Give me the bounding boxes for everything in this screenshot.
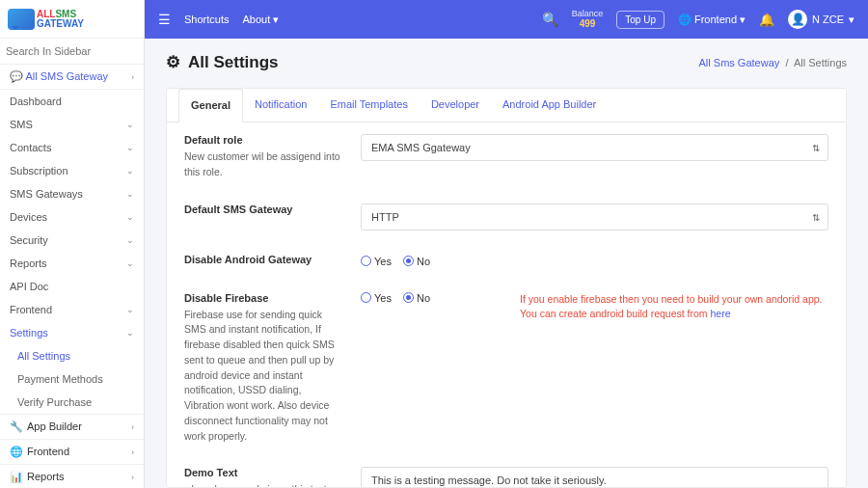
label-demo-text: Demo Text (184, 467, 343, 478)
radio-icon (361, 256, 371, 266)
user-menu[interactable]: 👤 N ZCE ▾ (788, 10, 854, 29)
sidebar-item-label: Reports (10, 258, 47, 269)
sidebar-item-reports[interactable]: Reports⌄ (0, 252, 144, 275)
select-default-role[interactable]: EMA SMS Ggateway ⇅ (361, 134, 828, 161)
sidebar-scroll: 💬 All SMS Gateway › Dashboard SMS⌄ Conta… (0, 65, 144, 488)
frontend-menu[interactable]: 🌐Frontend▾ (678, 14, 746, 26)
sidebar-item-smsgateways[interactable]: SMS Gateways⌄ (0, 182, 144, 205)
sidebar-item-subscription[interactable]: Subscription⌄ (0, 159, 144, 182)
sub-demo-text: when demo mode is on this text will be a… (184, 482, 343, 488)
sidebar-item-label: Payment Methods (17, 373, 103, 385)
select-value: HTTP (371, 211, 399, 223)
sidebar-item-sms[interactable]: SMS⌄ (0, 113, 144, 136)
select-default-gateway[interactable]: HTTP ⇅ (361, 203, 828, 230)
chevron-down-icon: ⌄ (126, 120, 134, 129)
chevron-down-icon: ⌄ (126, 258, 134, 268)
note-link[interactable]: here (711, 308, 731, 319)
nav-shortcuts[interactable]: Shortcuts (184, 14, 229, 25)
radio-label: Yes (374, 256, 392, 267)
breadcrumb: All Sms Gateway / All Settings (699, 57, 847, 68)
radio-android-no[interactable]: No (403, 256, 430, 267)
select-value: EMA SMS Ggateway (371, 142, 471, 153)
radio-label: No (417, 256, 430, 267)
tab-developer[interactable]: Developer (420, 89, 491, 122)
gear-icon: ⚙ (166, 52, 180, 72)
caret-down-icon: ▾ (849, 14, 854, 26)
input-demo-text[interactable]: This is a testing message. Do not take i… (361, 467, 828, 488)
sidebar-item-apidoc[interactable]: API Doc (0, 275, 144, 298)
tabs: General Notification Email Templates Dev… (167, 89, 846, 122)
sidebar-module-allsms[interactable]: 💬 All SMS Gateway › (0, 65, 144, 90)
sidebar-module-frontend[interactable]: 🌐Frontend› (0, 439, 144, 464)
page-header: ⚙All Settings All Sms Gateway / All Sett… (145, 39, 868, 86)
sidebar-search-input[interactable] (6, 45, 138, 57)
search-icon[interactable]: 🔍 (542, 12, 558, 27)
row-default-gateway: Default SMS Gateway HTTP ⇅ (167, 192, 846, 242)
logo-icon (8, 9, 35, 30)
sidebar-item-label: SMS Gateways (10, 188, 83, 200)
nav-about-label: About (242, 14, 270, 25)
sidebar-item-settings[interactable]: Settings⌄ (0, 321, 144, 344)
label-default-role: Default role (184, 134, 343, 146)
sidebar-item-label: Contacts (10, 142, 51, 153)
label-disable-android: Disable Android Gateway (184, 254, 343, 265)
sidebar-sub-allsettings[interactable]: All Settings (0, 344, 144, 367)
sidebar-item-label: Frontend (27, 446, 69, 457)
sidebar-module-label: All SMS Gateway (25, 70, 108, 82)
caret-down-icon: ▾ (740, 14, 746, 26)
sidebar-item-label: Settings (10, 327, 48, 339)
radio-icon (403, 256, 414, 266)
chevron-right-icon: › (131, 447, 134, 457)
breadcrumb-root[interactable]: All Sms Gateway (699, 57, 780, 68)
sidebar-item-frontend[interactable]: Frontend⌄ (0, 298, 144, 321)
nav-about[interactable]: About▾ (242, 14, 279, 26)
sidebar-search (0, 39, 144, 65)
radio-firebase-yes[interactable]: Yes (361, 292, 392, 304)
topup-button[interactable]: Top Up (616, 11, 665, 29)
chevron-down-icon: ⌄ (126, 235, 134, 245)
logo[interactable]: ALLSMS GATEWAY (0, 0, 144, 39)
sidebar-item-dashboard[interactable]: Dashboard (0, 90, 144, 113)
balance-label: Balance (572, 10, 604, 19)
row-disable-android: Disable Android Gateway Yes No (167, 242, 846, 281)
chevron-down-icon: ⌄ (126, 189, 134, 199)
tab-notification[interactable]: Notification (243, 89, 318, 122)
caret-down-icon: ▾ (273, 14, 279, 26)
tab-general[interactable]: General (178, 89, 243, 122)
bell-icon[interactable]: 🔔 (759, 13, 774, 27)
balance-display: Balance 499 (572, 10, 604, 30)
wrench-icon: 🔧 (10, 420, 23, 432)
topbar: ☰ Shortcuts About▾ 🔍 Balance 499 Top Up … (145, 0, 868, 39)
label-disable-firebase: Disable Firebase (184, 292, 343, 304)
tab-emailtemplates[interactable]: Email Templates (318, 89, 420, 122)
sidebar-item-contacts[interactable]: Contacts⌄ (0, 136, 144, 159)
sidebar-item-label: App Builder (27, 420, 82, 432)
chat-icon: 💬 (10, 70, 25, 82)
radio-icon (403, 292, 414, 303)
tab-androidappbuilder[interactable]: Android App Builder (491, 89, 608, 122)
settings-card: General Notification Email Templates Dev… (166, 88, 847, 488)
chevron-right-icon: › (131, 473, 134, 482)
radio-android-yes[interactable]: Yes (361, 256, 392, 267)
breadcrumb-leaf: All Settings (794, 57, 847, 68)
sidebar-item-devices[interactable]: Devices⌄ (0, 205, 144, 229)
sidebar-item-label: Verify Purchase (17, 396, 92, 408)
sidebar-sub-payment[interactable]: Payment Methods (0, 367, 144, 391)
radio-firebase-no[interactable]: No (403, 292, 430, 304)
row-default-role: Default role New customer wil be assigen… (167, 122, 846, 192)
radio-label: Yes (374, 292, 392, 304)
label-default-gateway: Default SMS Gateway (184, 203, 343, 215)
sort-icon: ⇅ (812, 211, 820, 222)
logo-text-gateway: GATEWAY (37, 18, 84, 29)
page-title: All Settings (188, 53, 279, 72)
sidebar-module-appbuilder[interactable]: 🔧App Builder› (0, 414, 144, 439)
sidebar-module-reports[interactable]: 📊Reports› (0, 464, 144, 488)
hamburger-icon[interactable]: ☰ (158, 12, 171, 27)
sidebar-item-security[interactable]: Security⌄ (0, 229, 144, 252)
sidebar-sub-verify[interactable]: Verify Purchase (0, 391, 144, 414)
chevron-right-icon: › (131, 72, 134, 82)
user-name: N ZCE (812, 14, 844, 25)
sidebar-item-label: All Settings (17, 350, 70, 362)
main: ☰ Shortcuts About▾ 🔍 Balance 499 Top Up … (145, 0, 868, 488)
chevron-right-icon: › (131, 422, 134, 432)
